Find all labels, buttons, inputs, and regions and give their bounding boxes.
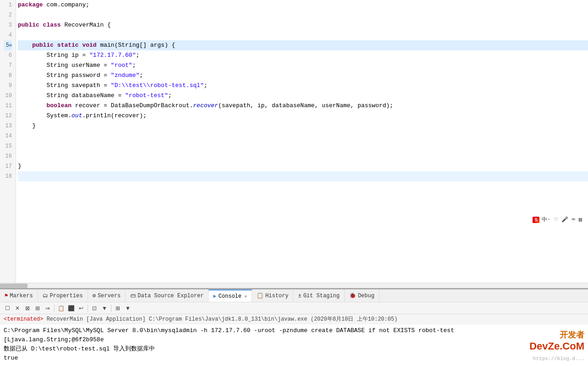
line-num-3: 3 (4, 20, 12, 30)
layout-dropdown[interactable]: ▼ (123, 304, 132, 313)
tab-datasource[interactable]: 🗃Data Source Explorer (126, 290, 209, 302)
code-line-14 (18, 131, 588, 141)
scroll-lock-btn[interactable]: ⇒ (43, 304, 52, 313)
sep1 (54, 305, 55, 312)
line-num-10: 10 (4, 91, 12, 101)
line-num-14: 14 (4, 131, 12, 141)
line-num-1: 1 (4, 0, 12, 10)
line-num-7: 7 (4, 60, 12, 71)
stop-all-btn[interactable]: ⊞ (33, 304, 42, 313)
code-line-9: String savepath = "D:\\test\\robot-test.… (18, 81, 588, 91)
code-content: 12345⊕6789101112131415161718 package com… (0, 0, 588, 283)
bottom-tabs: ⚑Markers🗂Properties⚙Servers🗃Data Source … (0, 289, 588, 302)
code-line-2 (18, 10, 588, 20)
stop-btn[interactable]: ⊠ (23, 304, 32, 313)
tab-console[interactable]: ▶Console✕ (209, 290, 252, 302)
scrollbar-thumb[interactable] (0, 284, 27, 288)
terminated-label: <terminated> (4, 316, 43, 322)
tab-label-console: Console (219, 293, 242, 300)
devze-com: CoM (562, 340, 584, 352)
copy-btn[interactable]: 📋 (56, 304, 66, 313)
code-line-3: public class RecoverMain { (18, 20, 588, 30)
tab-label-servers: Servers (98, 293, 121, 299)
line-num-17: 17 (4, 161, 12, 171)
console-output-line-0: C:\Program Files\MySQL\MySQL Server 8.0\… (4, 326, 584, 335)
console-output-line-1: [Ljava.lang.String;@6f2b958e (4, 335, 584, 344)
tab-gitstaging[interactable]: ±Git Staging (293, 290, 344, 302)
tab-close-icon[interactable]: ✕ (244, 294, 247, 299)
sep2 (88, 305, 88, 312)
devze-text: DevZe.CoM (529, 340, 584, 352)
tab-history[interactable]: 📋History (252, 290, 293, 302)
tab-label-markers: Markers (10, 293, 33, 299)
code-line-18 (18, 171, 588, 181)
history-icon: 📋 (257, 292, 264, 299)
code-line-4 (18, 30, 588, 40)
view-dropdown[interactable]: ▼ (100, 304, 109, 313)
code-line-5: public static void main(String[] args) { (18, 40, 588, 50)
line-num-18: 18 (4, 171, 12, 181)
layout-btn[interactable]: ⊞ (113, 304, 122, 313)
code-line-16 (18, 151, 588, 161)
line-num-11: 11 (4, 101, 12, 111)
console-header: <terminated> RecoverMain [Java Applicati… (0, 314, 588, 324)
sogou-keyboard-icon[interactable]: ⌨ (571, 216, 577, 224)
code-line-11: boolean recover = DataBaseDumpOrBackrout… (18, 101, 588, 111)
tab-debug[interactable]: 🐞Debug (345, 290, 379, 302)
code-line-12: System.out.println(recover); (18, 111, 588, 121)
code-line-8: String password = "zndume"; (18, 71, 588, 81)
devze-url: https://blog.d... (533, 356, 584, 361)
new-console-btn[interactable]: ☐ (3, 304, 12, 313)
sogou-heart-icon[interactable]: ♡ (553, 216, 559, 224)
kaifazhe-text: 开发者 (529, 329, 584, 340)
tab-properties[interactable]: 🗂Properties (38, 290, 88, 302)
sogou-ime-bar: S 中· ♡ 🎤 ⌨ ▤ (533, 215, 583, 224)
debug-icon: 🐞 (349, 292, 356, 299)
servers-icon: ⚙ (93, 292, 96, 299)
properties-icon: 🗂 (43, 292, 48, 299)
line-num-8: 8 (4, 71, 12, 81)
code-line-13: } (18, 121, 588, 131)
code-lines[interactable]: package com.company; public class Recove… (16, 0, 588, 283)
sogou-chinese-mode[interactable]: 中· (540, 215, 552, 224)
code-line-6: String ip = "172.17.7.60"; (18, 50, 588, 60)
console-output-line-2: 数据已从 D:\test\robot-test.sql 导入到数据库中 (4, 344, 584, 354)
console-output-line-3: true (4, 354, 584, 363)
code-line-15 (18, 141, 588, 151)
sogou-mic-icon[interactable]: 🎤 (560, 216, 570, 224)
datasource-icon: 🗃 (130, 292, 136, 299)
line-num-16: 16 (4, 151, 12, 161)
line-num-12: 12 (4, 111, 12, 121)
tab-markers[interactable]: ⚑Markers (0, 290, 38, 302)
tab-label-gitstaging: Git Staging (303, 293, 340, 299)
tab-label-history: History (265, 293, 288, 299)
line-numbers: 12345⊕6789101112131415161718 (0, 0, 16, 283)
view-btn[interactable]: ⊡ (90, 304, 99, 313)
console-icon: ▶ (213, 293, 216, 300)
horizontal-scrollbar[interactable] (0, 283, 588, 288)
close-console-btn[interactable]: ✕ (13, 304, 22, 313)
process-info: RecoverMain [Java Application] C:\Progra… (47, 316, 398, 322)
line-num-4: 4 (4, 30, 12, 40)
sogou-menu-icon[interactable]: ▤ (577, 216, 583, 224)
sogou-logo-icon: S (533, 217, 539, 223)
code-editor-section: 12345⊕6789101112131415161718 package com… (0, 0, 588, 288)
scroll-end-btn[interactable]: ⬛ (66, 304, 76, 313)
line-num-5: 5⊕ (4, 40, 12, 50)
tab-label-properties: Properties (50, 293, 83, 299)
tab-servers[interactable]: ⚙Servers (88, 290, 126, 302)
console-output[interactable]: C:\Program Files\MySQL\MySQL Server 8.0\… (0, 324, 588, 366)
line-num-9: 9 (4, 81, 12, 91)
devze-name: DevZe. (529, 340, 562, 352)
tab-label-datasource: Data Source Explorer (137, 293, 203, 299)
tab-label-debug: Debug (358, 293, 374, 299)
code-line-10: String databaseName = "robot-test"; (18, 91, 588, 101)
console-toolbar: ☐✕⊠⊞⇒📋⬛↩⊡▼⊞▼ (0, 302, 588, 314)
line-num-2: 2 (4, 10, 12, 20)
devze-logo: 开发者 DevZe.CoM (529, 329, 584, 352)
sep3 (111, 305, 111, 312)
pin-btn[interactable]: ↩ (77, 304, 86, 313)
line-num-13: 13 (4, 121, 12, 131)
code-line-7: String userName = "root"; (18, 60, 588, 71)
line-num-6: 6 (4, 50, 12, 60)
